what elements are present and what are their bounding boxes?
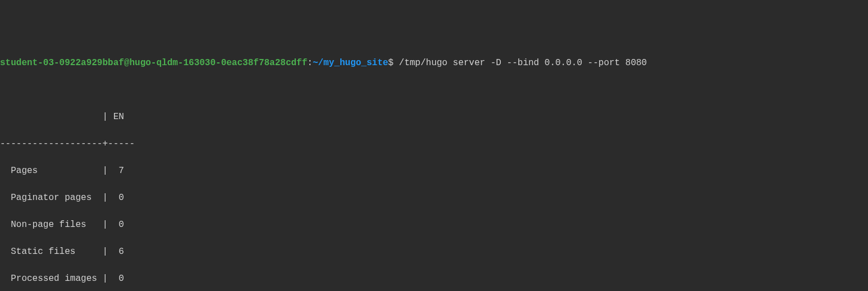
command-text: /tmp/hugo server -D --bind 0.0.0.0 --por… [394, 58, 647, 68]
prompt-dollar: $ [388, 58, 394, 68]
prompt-user-host: student-03-0922a929bbaf@hugo-qldm-163030… [0, 58, 307, 68]
table-row: Pages | 7 [0, 164, 868, 178]
blank-line [0, 83, 868, 97]
table-separator: -------------------+----- [0, 137, 868, 151]
table-row: Processed images | 0 [0, 272, 868, 285]
table-row: Paginator pages | 0 [0, 191, 868, 204]
table-row: Non-page files | 0 [0, 218, 868, 231]
prompt-path: ~/my_hugo_site [313, 58, 388, 68]
table-row: Static files | 6 [0, 245, 868, 258]
prompt-line[interactable]: student-03-0922a929bbaf@hugo-qldm-163030… [0, 56, 868, 70]
table-header: | EN [0, 110, 868, 124]
prompt-colon: : [307, 58, 313, 68]
